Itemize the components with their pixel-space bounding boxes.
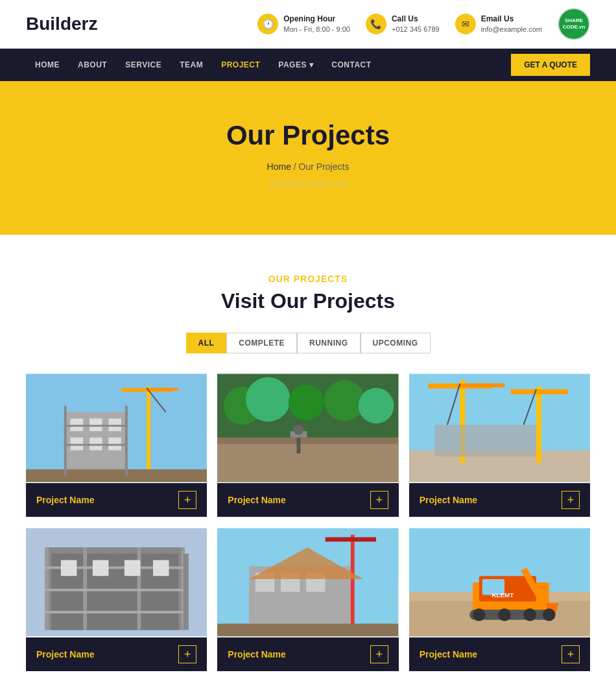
svg-rect-47 [83,547,87,630]
svg-point-23 [324,380,365,421]
svg-point-81 [523,608,536,621]
svg-rect-65 [326,537,376,541]
svg-rect-52 [61,560,77,576]
svg-rect-55 [153,560,169,576]
main-navbar: HOME ABOUT SERVICE TEAM PROJECT PAGES ▾ … [0,49,616,81]
svg-rect-50 [45,589,185,591]
project-plus-4[interactable]: + [178,645,196,663]
project-card-3[interactable]: Project Name + [409,373,590,517]
projects-section: Our Projects Visit Our Projects ALL COMP… [0,235,616,677]
svg-rect-14 [64,406,67,476]
filter-buttons-group: ALL COMPLETE RUNNING UPCOMING [26,333,590,353]
svg-rect-26 [217,444,398,482]
project-img-svg-3 [409,373,590,483]
call-text: Call Us +012 345 6789 [392,14,440,34]
hero-title: Our Projects [26,120,590,151]
section-title: Visit Our Projects [26,289,590,313]
project-image-4 [26,527,207,637]
svg-rect-69 [409,529,590,579]
svg-rect-51 [45,611,185,613]
section-subtitle: Our Projects [26,274,590,284]
nav-project[interactable]: PROJECT [212,49,269,81]
opening-hour-text: Opening Hour Mon - Fri, 8:00 - 9:00 [283,14,350,34]
svg-rect-35 [460,383,504,387]
project-plus-5[interactable]: + [370,645,388,663]
breadcrumb-current: Our Projects [299,161,349,172]
project-footer-4: Project Name + [26,637,207,671]
nav-service[interactable]: SERVICE [116,49,171,81]
nav-pages[interactable]: PAGES ▾ [269,49,322,81]
svg-rect-54 [124,560,141,576]
nav-contact[interactable]: CONTACT [322,49,380,81]
project-card-2[interactable]: Project Name + [217,373,398,517]
project-name-3: Project Name [420,495,477,505]
project-name-6: Project Name [420,649,477,659]
project-footer-6: Project Name + [409,637,590,671]
project-img-svg-2 [217,373,398,483]
svg-rect-15 [125,406,128,476]
svg-rect-5 [108,418,121,431]
svg-rect-48 [137,547,141,630]
call-info: 📞 Call Us +012 345 6789 [366,14,440,34]
project-img-svg-6: KLEMT [409,527,590,637]
site-header: Builderz 🕐 Opening Hour Mon - Fri, 8:00 … [0,0,616,49]
email-icon: ✉ [455,14,476,34]
svg-rect-11 [147,388,178,390]
filter-running[interactable]: RUNNING [297,333,361,353]
project-plus-1[interactable]: + [178,491,196,509]
filter-all[interactable]: ALL [186,333,227,353]
site-logo: Builderz [26,14,97,34]
header-info-bar: 🕐 Opening Hour Mon - Fri, 8:00 - 9:00 📞 … [257,8,590,40]
nav-home[interactable]: HOME [26,49,69,81]
project-footer-5: Project Name + [217,637,398,671]
project-plus-2[interactable]: + [370,491,388,509]
clock-icon: 🕐 [257,14,278,34]
svg-rect-36 [536,386,541,463]
nav-about[interactable]: ABOUT [69,49,116,81]
project-grid: Project Name + [26,373,590,671]
project-plus-6[interactable]: + [562,645,580,663]
email-text: Email Us info@example.com [481,14,542,34]
sharecode-logo: SHARECODE.vn [558,8,590,40]
project-img-svg-4 [26,527,207,637]
project-name-5: Project Name [228,649,285,659]
project-card-1[interactable]: Project Name + [26,373,207,517]
project-card-5[interactable]: Project Name + [217,527,398,671]
watermark-overlay: ShareCode.vn [26,172,590,196]
nav-links-group: HOME ABOUT SERVICE TEAM PROJECT PAGES ▾ … [26,49,381,81]
project-card-6[interactable]: KLEMT Project Name + [409,527,590,671]
get-quote-button[interactable]: Get A Quote [511,54,590,76]
project-image-2 [217,373,398,483]
svg-rect-67 [217,624,398,637]
breadcrumb: Home / Our Projects [26,161,590,172]
project-img-svg-1 [26,373,207,483]
project-card-4[interactable]: Project Name + [26,527,207,671]
project-image-6: KLEMT [409,527,590,637]
svg-point-79 [473,608,486,621]
svg-point-29 [294,425,304,435]
svg-rect-56 [184,554,186,630]
svg-point-21 [246,377,290,422]
hero-banner: Our Projects Home / Our Projects ShareCo… [0,81,616,235]
nav-team[interactable]: TEAM [171,49,212,81]
project-plus-3[interactable]: + [562,491,580,509]
svg-rect-16 [64,425,128,427]
breadcrumb-home[interactable]: Home [267,161,291,172]
svg-rect-13 [26,469,207,482]
svg-rect-40 [434,425,536,457]
svg-rect-64 [351,534,355,630]
project-img-svg-5 [217,527,398,637]
svg-rect-53 [93,560,109,576]
svg-point-24 [359,388,394,423]
svg-point-80 [498,608,511,621]
project-name-2: Project Name [228,495,285,505]
svg-rect-7 [89,438,102,451]
svg-text:KLEMT: KLEMT [492,591,514,599]
svg-rect-17 [64,444,128,446]
filter-upcoming[interactable]: UPCOMING [361,333,431,353]
svg-rect-9 [147,386,150,475]
project-name-4: Project Name [36,649,94,659]
email-info: ✉ Email Us info@example.com [455,14,542,34]
project-image-1 [26,373,207,483]
filter-complete[interactable]: COMPLETE [226,333,297,353]
